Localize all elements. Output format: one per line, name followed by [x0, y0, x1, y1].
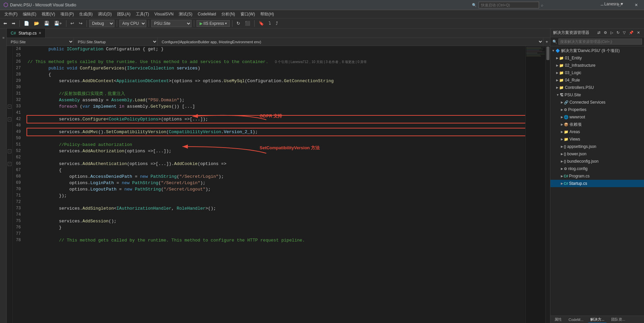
attach-btn[interactable]: ⬛ — [243, 20, 252, 26]
menu-codemaid[interactable]: CodeMaid — [195, 10, 219, 18]
separator-4 — [117, 20, 117, 27]
expand-collapse-icon[interactable]: – — [8, 105, 11, 109]
codemaid-tab[interactable]: CodeM... — [567, 316, 586, 323]
menu-view[interactable]: 视图(V) — [39, 10, 58, 18]
line-number: 72 — [14, 199, 23, 205]
menu-window[interactable]: 窗口(W) — [238, 10, 258, 18]
minimize-btn[interactable]: ─ — [594, 0, 610, 10]
back-btn[interactable]: ⬅ — [2, 20, 9, 26]
se-preview-btn[interactable]: ▷ — [609, 30, 614, 35]
gutter-row — [7, 154, 12, 161]
vertical-scrollbar[interactable] — [545, 46, 550, 323]
gutter-icons: –––– — [7, 46, 13, 323]
tab-startup-cs[interactable]: C# Startup.cs ✕ — [7, 29, 46, 38]
tree-node-bower.json[interactable]: ▶{}bower.json — [550, 150, 644, 158]
tree-node-appsettings.json[interactable]: ▶{}appsettings.json — [550, 143, 644, 150]
menu-help[interactable]: 帮助(H) — [258, 10, 277, 18]
se-sync-btn[interactable]: ⇄ — [596, 30, 602, 35]
code-text[interactable]: public IConfiguration Configuration { ge… — [25, 46, 525, 323]
tree-node-psu.site[interactable]: ▼🏗PSU.Site — [550, 91, 644, 99]
namespace-dropdown[interactable]: PSU.Site — [7, 38, 74, 46]
solution-search-input[interactable] — [558, 39, 642, 45]
class-dropdown[interactable]: PSU.Site.Startup — [74, 38, 158, 46]
tree-node-areas[interactable]: ▶📁Areas — [550, 128, 644, 136]
line-number: 31 — [14, 91, 23, 97]
tree-node-properties[interactable]: ▶⚙Properties — [550, 106, 644, 113]
gutter-row — [7, 91, 12, 97]
menu-visualsvn[interactable]: VisualSVN — [152, 10, 176, 18]
menu-team[interactable]: 团队(A) — [114, 10, 133, 18]
menu-debug[interactable]: 调试(D) — [95, 10, 114, 18]
properties-tab[interactable]: 属性 — [552, 316, 564, 323]
open-btn[interactable]: 📂 — [32, 20, 41, 26]
nav-expand-btn[interactable]: + — [543, 39, 550, 44]
refresh-btn[interactable]: ↻ — [235, 20, 242, 26]
gutter-row — [7, 180, 12, 186]
tree-node-解决方案'danvic.psu'-(9-个项目)[interactable]: ▼🔷解决方案'Danvic.PSU' (9 个项目) — [550, 47, 644, 54]
bookmark-btn[interactable]: 🔖 — [257, 20, 266, 26]
tree-node-connected-services[interactable]: ▶🔗Connected Services — [550, 99, 644, 106]
bookmark-next-btn[interactable]: ⤵ — [267, 20, 273, 26]
se-pin-btn[interactable]: 📌 — [628, 30, 635, 35]
debug-config-dropdown[interactable]: Debug Release — [89, 20, 114, 27]
team-tab[interactable]: 团队资... — [609, 316, 627, 323]
close-btn[interactable]: ✕ — [629, 0, 644, 10]
bookmark-prev-btn[interactable]: ⤴ — [274, 20, 280, 26]
menu-tools[interactable]: 工具(T) — [133, 10, 152, 18]
tree-node-controllers.psu[interactable]: ▶📁Controllers.PSU — [550, 84, 644, 91]
tree-node-program.cs[interactable]: ▶C#Program.cs — [550, 172, 644, 180]
code-scroll-area[interactable]: –––– 24252627282930313233414248495051526… — [7, 46, 550, 323]
undo-btn[interactable]: ↩ — [69, 20, 76, 26]
code-line — [28, 199, 525, 205]
maximize-btn[interactable]: □ — [611, 0, 627, 10]
menu-file[interactable]: 文件(F) — [2, 10, 20, 18]
save-all-btn[interactable]: 💾+ — [52, 20, 64, 26]
menu-analyze[interactable]: 分析(N) — [219, 10, 238, 18]
line-number: 70 — [14, 186, 23, 193]
redo-btn[interactable]: ↪ — [77, 20, 84, 26]
solution-tab[interactable]: 解决方... — [588, 316, 606, 323]
run-button[interactable]: ▶ IIS Express ▾ — [197, 20, 230, 27]
menu-edit[interactable]: 编辑(E) — [20, 10, 39, 18]
gutter-row: – — [7, 148, 12, 154]
save-btn[interactable]: 💾 — [42, 20, 51, 26]
tree-node-bundleconfig.json[interactable]: ▶{}bundleconfig.json — [550, 158, 644, 165]
code-line: services.AddAuthorization(options =>[...… — [28, 148, 525, 154]
search-submit-icon[interactable]: ⌕ — [541, 3, 543, 7]
menu-project[interactable]: 项目(P) — [58, 10, 76, 18]
project-dropdown[interactable]: PSU.Site — [151, 20, 192, 27]
platform-dropdown[interactable]: Any CPU x86 x64 — [119, 20, 146, 27]
new-file-btn[interactable]: 📄 — [22, 20, 31, 26]
gutter-row — [7, 212, 12, 218]
code-line: // This method gets called by the runtim… — [28, 237, 525, 244]
run-dropdown-icon[interactable]: ▾ — [225, 21, 227, 25]
tree-node-wwwroot[interactable]: ▶🌐wwwroot — [550, 113, 644, 121]
line-number: 71 — [14, 193, 23, 199]
code-line: options.AccessDeniedPath = new PathStrin… — [28, 173, 525, 180]
tree-node-03_logic[interactable]: ▶📁03_Logic — [550, 69, 644, 76]
expand-collapse-icon[interactable]: – — [8, 149, 11, 153]
se-properties-btn[interactable]: ⚙ — [602, 30, 608, 35]
activity-item[interactable]: ≡ — [1, 37, 5, 39]
line-number: 33 — [14, 103, 23, 110]
method-dropdown[interactable]: Configure(IApplicationBuilder app, IHost… — [158, 38, 543, 46]
tab-close-btn[interactable]: ✕ — [39, 31, 41, 35]
se-filter-btn[interactable]: ▽ — [622, 30, 627, 35]
line-number: 52 — [14, 148, 23, 154]
tree-node-依赖项[interactable]: ▶📦依赖项 — [550, 121, 644, 128]
expand-collapse-icon[interactable]: – — [8, 117, 11, 121]
tree-node-04_rule[interactable]: ▶📁04_Rule — [550, 76, 644, 84]
editor-area: C# Startup.cs ✕ PSU.Site PSU.Site.Startu… — [7, 29, 550, 323]
tree-node-startup.cs[interactable]: ▶C#Startup.cs — [550, 180, 644, 187]
forward-btn[interactable]: ➡ — [10, 20, 17, 26]
quick-launch-input[interactable] — [479, 2, 539, 8]
tree-node-01_entity[interactable]: ▶📁01_Entity — [550, 54, 644, 62]
tree-node-nlog.config[interactable]: ▶⚙nlog.config — [550, 165, 644, 172]
expand-collapse-icon[interactable]: – — [8, 162, 11, 166]
se-close-btn[interactable]: ✕ — [636, 30, 641, 35]
menu-build[interactable]: 生成(B) — [76, 10, 95, 18]
se-refresh-btn[interactable]: ↻ — [615, 30, 621, 35]
menu-test[interactable]: 测试(S) — [176, 10, 195, 18]
tree-node-02_infrastructure[interactable]: ▶📁02_Infrastructure — [550, 62, 644, 69]
tree-node-views[interactable]: ▶📁Views — [550, 136, 644, 143]
